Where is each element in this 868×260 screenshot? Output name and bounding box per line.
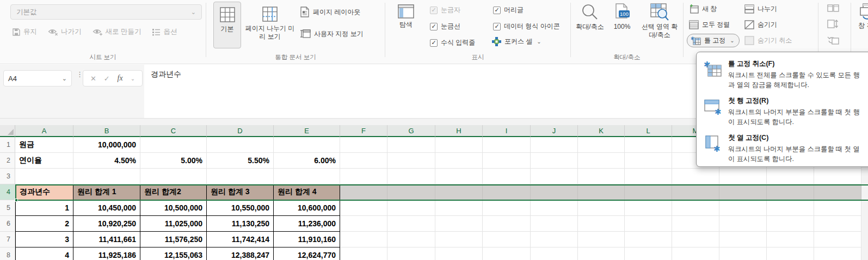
custom-views-button[interactable]: 사용자 지정 보기	[300, 28, 364, 39]
page-break-preview-button[interactable]: 페이지 나누기 미리 보기	[243, 2, 297, 48]
cell-J1[interactable]	[531, 137, 578, 153]
cancel-icon[interactable]: ✕	[90, 75, 96, 83]
cell-I1[interactable]	[483, 137, 531, 153]
cell-J6[interactable]	[531, 216, 578, 232]
cell-K1[interactable]	[578, 137, 625, 153]
menu-item-freeze-first-column[interactable]: ✱ 첫 열 고정(C) 워크시트의 나머지 부분을 스크롤할 때 첫 열이 표시…	[697, 131, 868, 168]
sheet-view-combobox[interactable]: 기본값 ⌄	[10, 4, 202, 20]
cell-F5[interactable]	[340, 200, 387, 216]
cell-M7[interactable]	[672, 232, 719, 247]
checkbox-ruler[interactable]: ✓ 눈금자	[430, 5, 460, 15]
zoom-to-selection-button[interactable]: 선택 영역 확대/축소	[639, 3, 680, 39]
cell-E8[interactable]: 12,624,770	[274, 247, 340, 260]
row-header-6[interactable]: 6	[0, 216, 15, 232]
cell-P3[interactable]	[814, 169, 861, 184]
enter-icon[interactable]: ✓	[104, 75, 110, 83]
column-header-I[interactable]: I	[483, 125, 531, 137]
cell-N6[interactable]	[719, 216, 767, 232]
cell-O6[interactable]	[767, 216, 814, 232]
cell-C6[interactable]: 11,025,000	[140, 216, 207, 232]
unhide-button[interactable]: 숨기기 취소	[744, 36, 792, 45]
cell-M8[interactable]	[672, 247, 719, 260]
cell-G5[interactable]	[387, 200, 435, 216]
cell-D7[interactable]: 11,742,414	[207, 232, 274, 247]
cell-K8[interactable]	[578, 247, 625, 260]
cell-K3[interactable]	[578, 169, 625, 184]
cell-L8[interactable]	[625, 247, 672, 260]
cell-G1[interactable]	[387, 137, 435, 153]
cell-M6[interactable]	[672, 216, 719, 232]
cell-O8[interactable]	[767, 247, 814, 260]
view-side-by-side-button[interactable]	[827, 3, 839, 13]
cell-N3[interactable]	[719, 169, 767, 184]
cell-G2[interactable]	[387, 153, 435, 169]
cell-I8[interactable]	[483, 247, 531, 260]
cell-N7[interactable]	[719, 232, 767, 247]
cell-G8[interactable]	[387, 247, 435, 260]
cell-D4[interactable]: 원리 합계 3	[207, 184, 274, 200]
cell-M4[interactable]	[672, 184, 719, 200]
cell-B2[interactable]: 4.50%	[73, 153, 140, 169]
cell-B4[interactable]: 원리 합계 1	[73, 184, 140, 200]
cell-J4[interactable]	[531, 184, 578, 200]
cell-D2[interactable]: 5.50%	[207, 153, 274, 169]
split-button[interactable]: 나누기	[744, 4, 777, 14]
row-header-2[interactable]: 2	[0, 153, 15, 169]
cell-H4[interactable]	[435, 184, 483, 200]
cell-N8[interactable]	[719, 247, 767, 260]
cell-P5[interactable]	[814, 200, 861, 216]
cell-D1[interactable]	[207, 137, 274, 153]
cell-H3[interactable]	[435, 169, 483, 184]
cell-H1[interactable]	[435, 137, 483, 153]
cell-K6[interactable]	[578, 216, 625, 232]
cell-F3[interactable]	[340, 169, 387, 184]
cell-N5[interactable]	[719, 200, 767, 216]
row-header-7[interactable]: 7	[0, 232, 15, 247]
cell-L5[interactable]	[625, 200, 672, 216]
cell-M3[interactable]	[672, 169, 719, 184]
focus-cell-button[interactable]: 포커스 셀 ⌄	[492, 37, 541, 46]
cell-L4[interactable]	[625, 184, 672, 200]
cell-K4[interactable]	[578, 184, 625, 200]
cell-D5[interactable]: 10,550,000	[207, 200, 274, 216]
cell-L3[interactable]	[625, 169, 672, 184]
column-header-H[interactable]: H	[435, 125, 483, 137]
cell-P4[interactable]	[814, 184, 861, 200]
cell-C4[interactable]: 원리 합계2	[140, 184, 207, 200]
cell-I6[interactable]	[483, 216, 531, 232]
cell-C7[interactable]: 11,576,250	[140, 232, 207, 247]
cell-A4[interactable]: 경과년수	[15, 184, 73, 200]
column-header-J[interactable]: J	[531, 125, 578, 137]
row-header-3[interactable]: 3	[0, 169, 15, 184]
cell-A8[interactable]: 4	[15, 247, 73, 260]
column-header-K[interactable]: K	[578, 125, 625, 137]
arrange-all-button[interactable]: 모두 정렬	[689, 20, 730, 29]
cell-E5[interactable]: 10,600,000	[274, 200, 340, 216]
cell-N4[interactable]	[719, 184, 767, 200]
cell-H2[interactable]	[435, 153, 483, 169]
cell-I3[interactable]	[483, 169, 531, 184]
cell-G4[interactable]	[387, 184, 435, 200]
cell-L6[interactable]	[625, 216, 672, 232]
column-header-L[interactable]: L	[625, 125, 672, 137]
cell-A3[interactable]	[15, 169, 73, 184]
cell-F7[interactable]	[340, 232, 387, 247]
cell-C8[interactable]: 12,155,063	[140, 247, 207, 260]
column-header-E[interactable]: E	[274, 125, 340, 137]
normal-view-button[interactable]: 기본	[213, 2, 241, 48]
cell-B6[interactable]: 10,920,250	[73, 216, 140, 232]
cell-L2[interactable]	[625, 153, 672, 169]
cell-E4[interactable]: 원리 합계 4	[274, 184, 340, 200]
cell-E2[interactable]: 6.00%	[274, 153, 340, 169]
column-header-A[interactable]: A	[15, 125, 73, 137]
cell-H8[interactable]	[435, 247, 483, 260]
chevron-down-icon[interactable]: ⌄	[131, 76, 135, 82]
cell-E1[interactable]	[274, 137, 340, 153]
cell-F4[interactable]	[340, 184, 387, 200]
cell-L7[interactable]	[625, 232, 672, 247]
cell-A5[interactable]: 1	[15, 200, 73, 216]
cell-D8[interactable]: 12,388,247	[207, 247, 274, 260]
cell-J3[interactable]	[531, 169, 578, 184]
menu-item-unfreeze-panes[interactable]: ✱ 틀 고정 취소(F) 워크시트 전체를 스크롤할 수 있도록 모든 행과 열…	[697, 57, 868, 94]
cell-J8[interactable]	[531, 247, 578, 260]
